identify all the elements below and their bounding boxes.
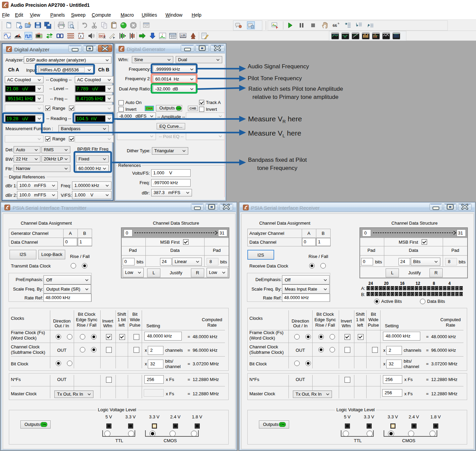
- svg-text:66: 66: [333, 23, 337, 28]
- svg-text:i: i: [80, 34, 81, 38]
- svg-text:1.00: 1.00: [180, 34, 186, 37]
- svg-text:1.99: 1.99: [37, 35, 42, 38]
